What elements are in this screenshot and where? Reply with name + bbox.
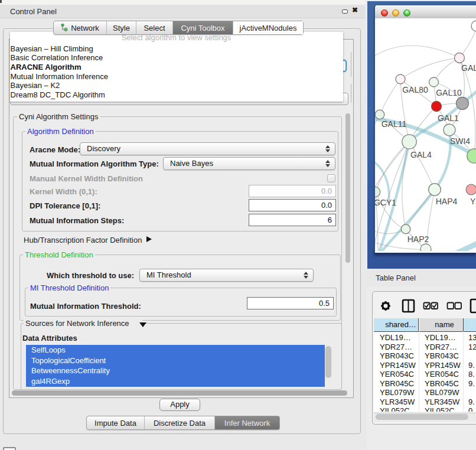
svg-text:GAL2: GAL2 bbox=[461, 63, 476, 73]
svg-text:SWI4: SWI4 bbox=[450, 136, 470, 146]
svg-text:HAP4: HAP4 bbox=[436, 197, 458, 206]
svg-text:GAL10: GAL10 bbox=[436, 88, 462, 97]
svg-text:GCY1: GCY1 bbox=[375, 198, 396, 207]
svg-text:HAP2: HAP2 bbox=[407, 234, 429, 244]
svg-text:GAL4: GAL4 bbox=[410, 150, 432, 159]
svg-text:GAL80: GAL80 bbox=[402, 85, 428, 94]
svg-text:GAL1: GAL1 bbox=[438, 113, 459, 123]
svg-text:YJL0: YJL0 bbox=[470, 197, 476, 206]
svg-text:GAL11: GAL11 bbox=[382, 119, 407, 129]
